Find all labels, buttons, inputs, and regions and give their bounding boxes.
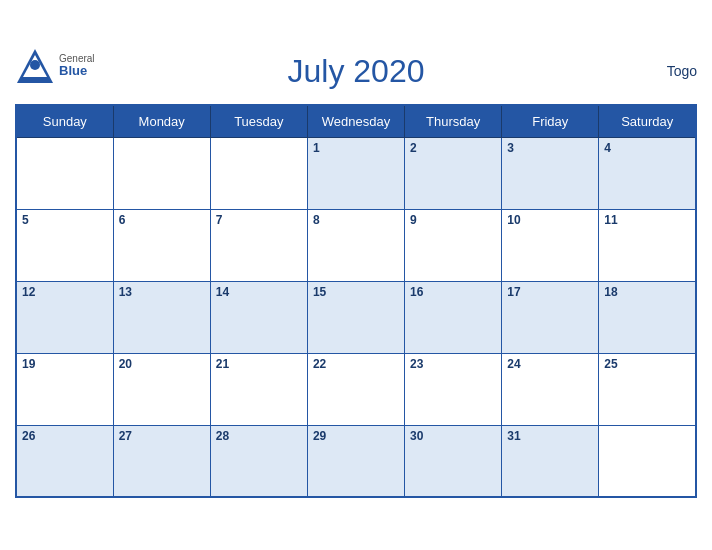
calendar-week-row: 262728293031 [16, 425, 696, 497]
day-number: 11 [604, 213, 617, 227]
calendar-day-cell: 20 [113, 353, 210, 425]
day-number: 8 [313, 213, 320, 227]
calendar-day-cell: 24 [502, 353, 599, 425]
day-number: 14 [216, 285, 229, 299]
weekday-wednesday: Wednesday [307, 105, 404, 138]
calendar-day-cell: 1 [307, 137, 404, 209]
calendar-day-cell: 23 [405, 353, 502, 425]
calendar-day-cell: 11 [599, 209, 696, 281]
calendar-day-cell: 29 [307, 425, 404, 497]
day-number: 15 [313, 285, 326, 299]
day-number: 24 [507, 357, 520, 371]
day-number: 27 [119, 429, 132, 443]
calendar-day-cell [113, 137, 210, 209]
calendar-body: 1234567891011121314151617181920212223242… [16, 137, 696, 497]
calendar-week-row: 19202122232425 [16, 353, 696, 425]
calendar-day-cell: 2 [405, 137, 502, 209]
weekday-sunday: Sunday [16, 105, 113, 138]
day-number: 13 [119, 285, 132, 299]
day-number: 28 [216, 429, 229, 443]
calendar-day-cell: 12 [16, 281, 113, 353]
calendar-day-cell: 25 [599, 353, 696, 425]
day-number: 2 [410, 141, 417, 155]
month-title: July 2020 [288, 53, 425, 90]
weekday-saturday: Saturday [599, 105, 696, 138]
calendar-day-cell: 4 [599, 137, 696, 209]
weekday-header-row: Sunday Monday Tuesday Wednesday Thursday… [16, 105, 696, 138]
day-number: 20 [119, 357, 132, 371]
day-number: 7 [216, 213, 223, 227]
day-number: 22 [313, 357, 326, 371]
svg-point-2 [30, 60, 40, 70]
calendar-day-cell: 5 [16, 209, 113, 281]
calendar-day-cell: 18 [599, 281, 696, 353]
calendar-day-cell: 22 [307, 353, 404, 425]
calendar-week-row: 1234 [16, 137, 696, 209]
calendar: General Blue July 2020 Togo Sunday Monda… [0, 37, 712, 514]
day-number: 29 [313, 429, 326, 443]
day-number: 4 [604, 141, 611, 155]
day-number: 10 [507, 213, 520, 227]
calendar-day-cell: 3 [502, 137, 599, 209]
calendar-day-cell: 7 [210, 209, 307, 281]
calendar-day-cell: 27 [113, 425, 210, 497]
calendar-table: Sunday Monday Tuesday Wednesday Thursday… [15, 104, 697, 499]
calendar-thead: Sunday Monday Tuesday Wednesday Thursday… [16, 105, 696, 138]
calendar-day-cell: 17 [502, 281, 599, 353]
calendar-day-cell: 16 [405, 281, 502, 353]
day-number: 25 [604, 357, 617, 371]
calendar-day-cell: 19 [16, 353, 113, 425]
day-number: 19 [22, 357, 35, 371]
day-number: 31 [507, 429, 520, 443]
day-number: 17 [507, 285, 520, 299]
calendar-day-cell: 31 [502, 425, 599, 497]
calendar-day-cell: 8 [307, 209, 404, 281]
calendar-day-cell: 26 [16, 425, 113, 497]
calendar-day-cell: 30 [405, 425, 502, 497]
calendar-day-cell: 6 [113, 209, 210, 281]
weekday-thursday: Thursday [405, 105, 502, 138]
calendar-day-cell: 28 [210, 425, 307, 497]
day-number: 6 [119, 213, 126, 227]
logo-blue-text: Blue [59, 64, 95, 77]
calendar-day-cell: 9 [405, 209, 502, 281]
calendar-day-cell: 21 [210, 353, 307, 425]
calendar-day-cell: 14 [210, 281, 307, 353]
weekday-friday: Friday [502, 105, 599, 138]
calendar-header: General Blue July 2020 Togo [15, 47, 697, 96]
calendar-day-cell: 13 [113, 281, 210, 353]
day-number: 26 [22, 429, 35, 443]
day-number: 16 [410, 285, 423, 299]
logo-area: General Blue [15, 47, 95, 85]
day-number: 30 [410, 429, 423, 443]
calendar-day-cell: 15 [307, 281, 404, 353]
day-number: 21 [216, 357, 229, 371]
day-number: 23 [410, 357, 423, 371]
weekday-tuesday: Tuesday [210, 105, 307, 138]
day-number: 5 [22, 213, 29, 227]
weekday-monday: Monday [113, 105, 210, 138]
calendar-week-row: 567891011 [16, 209, 696, 281]
logo-bird-icon [15, 47, 55, 85]
day-number: 18 [604, 285, 617, 299]
day-number: 1 [313, 141, 320, 155]
calendar-day-cell [599, 425, 696, 497]
calendar-week-row: 12131415161718 [16, 281, 696, 353]
calendar-day-cell [16, 137, 113, 209]
calendar-day-cell: 10 [502, 209, 599, 281]
day-number: 12 [22, 285, 35, 299]
country-label: Togo [667, 63, 697, 79]
day-number: 9 [410, 213, 417, 227]
logo-texts: General Blue [59, 54, 95, 77]
day-number: 3 [507, 141, 514, 155]
calendar-day-cell [210, 137, 307, 209]
